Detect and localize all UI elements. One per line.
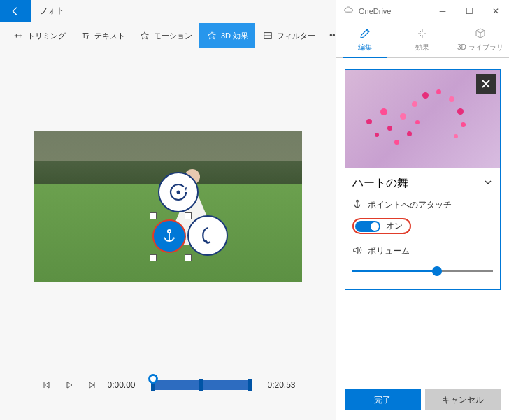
video-frame[interactable] <box>34 131 302 282</box>
minimize-button[interactable]: ─ <box>429 0 456 22</box>
pencil-icon <box>358 27 372 41</box>
trimming-tool[interactable]: トリミング <box>6 23 73 48</box>
attach-toggle[interactable] <box>355 221 380 232</box>
svg-point-4 <box>357 200 359 202</box>
toolbar: トリミング テキスト モーション 3D 効果 フィルター ••• <box>0 22 336 50</box>
panel-footer: 完了 キャンセル <box>336 379 509 420</box>
title-bar: フォト <box>0 0 336 22</box>
tab-edit[interactable]: 編集 <box>336 22 394 57</box>
resize-handle[interactable] <box>185 212 192 219</box>
prev-frame-button[interactable] <box>40 378 54 392</box>
maximize-button[interactable]: ☐ <box>456 0 482 22</box>
text-icon <box>80 30 91 41</box>
close-window-button[interactable]: ✕ <box>482 0 509 22</box>
current-time: 0:00.00 <box>107 380 135 390</box>
trimming-label: トリミング <box>27 31 66 41</box>
duration: 0:20.53 <box>268 380 296 390</box>
tab-effects[interactable]: 効果 <box>394 22 451 57</box>
volume-slider[interactable] <box>352 264 493 278</box>
rotate-y-handle[interactable] <box>187 215 228 256</box>
filter-label: フィルター <box>277 31 315 41</box>
canvas-area <box>0 50 336 364</box>
back-button[interactable] <box>0 0 31 22</box>
window-titlebar: OneDrive ─ ☐ ✕ <box>336 0 509 22</box>
3d-effects-tool[interactable]: 3D 効果 <box>199 23 255 48</box>
cancel-button[interactable]: キャンセル <box>425 389 501 410</box>
tab-edit-label: 編集 <box>358 43 372 52</box>
motion-icon <box>139 30 150 41</box>
remove-effect-button[interactable] <box>476 74 496 94</box>
text-label: テキスト <box>94 31 125 41</box>
sparkle-icon <box>415 27 429 41</box>
side-tabs: 編集 効果 3D ライブラリ <box>336 22 509 58</box>
effect-title: ハートの舞 <box>352 176 408 191</box>
cube-icon <box>473 27 487 41</box>
effect-panel: ハートの舞 ポイントへのアタッチ オン ボリューム <box>345 69 501 290</box>
playback-controls: 0:00.00 0:20.53 <box>0 364 336 420</box>
next-frame-button[interactable] <box>85 378 99 392</box>
effect-preview[interactable] <box>345 70 500 168</box>
tab-effects-label: 効果 <box>415 43 429 52</box>
app-title: フォト <box>31 5 64 17</box>
anchor-icon <box>352 199 362 211</box>
resize-handle[interactable] <box>185 254 192 261</box>
volume-knob[interactable] <box>432 266 442 276</box>
filter-icon <box>262 30 273 41</box>
timeline[interactable] <box>144 377 259 393</box>
done-button[interactable]: 完了 <box>345 389 421 410</box>
trim-icon <box>13 30 24 41</box>
clip-mid-handle[interactable] <box>199 379 203 391</box>
fx3d-label: 3D 効果 <box>221 31 248 41</box>
editor-pane: フォト トリミング テキスト モーション 3D 効果 フィルター <box>0 0 336 420</box>
anchor-handle[interactable] <box>152 219 186 253</box>
motion-tool[interactable]: モーション <box>132 23 199 48</box>
volume-icon <box>352 245 362 257</box>
onedrive-label: OneDrive <box>359 7 391 15</box>
volume-label: ボリューム <box>368 245 410 257</box>
side-panel: OneDrive ─ ☐ ✕ 編集 効果 3D ライブラリ <box>336 0 509 420</box>
play-button[interactable] <box>62 378 76 392</box>
attach-label: ポイントへのアタッチ <box>368 199 452 211</box>
fx3d-icon <box>206 30 217 41</box>
clip-end-handle[interactable] <box>248 379 252 391</box>
rotate-z-handle[interactable] <box>158 172 199 212</box>
chevron-down-icon[interactable] <box>483 178 493 189</box>
toggle-state-label: オン <box>386 220 403 232</box>
svg-point-2 <box>177 191 180 194</box>
tab-3d-library[interactable]: 3D ライブラリ <box>452 22 509 57</box>
text-tool[interactable]: テキスト <box>73 23 132 48</box>
resize-handle[interactable] <box>150 254 157 261</box>
motion-label: モーション <box>154 31 192 41</box>
playhead[interactable] <box>148 374 158 384</box>
filter-tool[interactable]: フィルター <box>255 23 322 48</box>
resize-handle[interactable] <box>150 212 157 219</box>
onedrive-icon <box>343 6 354 16</box>
svg-point-3 <box>168 230 171 233</box>
tab-library-label: 3D ライブラリ <box>457 43 503 52</box>
